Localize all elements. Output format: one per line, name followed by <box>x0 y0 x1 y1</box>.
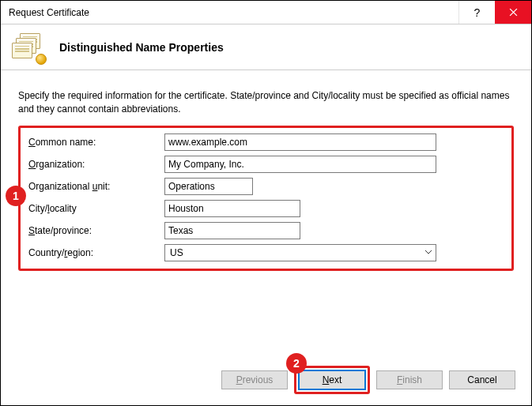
annotation-badge-1: 1 <box>6 186 26 206</box>
label-state: State/province: <box>28 225 164 236</box>
cancel-button[interactable]: Cancel <box>449 370 515 389</box>
organizational-unit-input[interactable] <box>164 178 253 195</box>
label-country: Country/region: <box>28 247 164 258</box>
titlebar: Request Certificate ? <box>1 1 531 24</box>
label-city: City/locality <box>28 203 164 214</box>
certificate-icon <box>12 32 45 63</box>
row-city: City/locality <box>28 200 504 217</box>
page-title: Distinguished Name Properties <box>59 41 224 54</box>
label-common-name: Common name: <box>28 137 164 148</box>
common-name-input[interactable] <box>164 133 436 151</box>
state-input[interactable] <box>164 222 300 239</box>
country-value: US <box>165 247 421 258</box>
previous-button: Previous <box>221 370 288 389</box>
finish-button: Finish <box>376 370 443 389</box>
next-button[interactable]: Next <box>299 370 365 389</box>
country-combobox[interactable]: US <box>164 244 436 261</box>
content-area: Specify the required information for the… <box>1 70 531 271</box>
next-button-highlight: 2 Next <box>294 366 370 394</box>
description-text: Specify the required information for the… <box>18 89 514 116</box>
row-common-name: Common name: <box>28 133 504 151</box>
window-title: Request Certificate <box>9 7 458 18</box>
label-organizational-unit: Organizational unit: <box>28 181 164 192</box>
header-section: Distinguished Name Properties <box>1 24 531 70</box>
city-input[interactable] <box>164 200 300 217</box>
help-icon: ? <box>474 6 481 19</box>
chevron-down-icon <box>421 250 436 254</box>
row-country: Country/region: US <box>28 244 504 261</box>
row-organizational-unit: Organizational unit: <box>28 178 504 195</box>
organization-input[interactable] <box>164 156 436 173</box>
row-organization: Organization: <box>28 156 504 173</box>
dialog-window: Request Certificate ? Distinguished Name… <box>0 0 532 406</box>
label-organization: Organization: <box>28 159 164 170</box>
close-icon <box>509 8 518 17</box>
help-button[interactable]: ? <box>458 1 495 24</box>
annotation-badge-2: 2 <box>286 353 307 374</box>
button-bar: Previous 2 Next Finish Cancel <box>221 366 515 394</box>
row-state: State/province: <box>28 222 504 239</box>
titlebar-buttons: ? <box>458 1 531 24</box>
form-highlight-area: Common name: Organization: Organizationa… <box>18 126 514 271</box>
close-button[interactable] <box>495 1 531 24</box>
